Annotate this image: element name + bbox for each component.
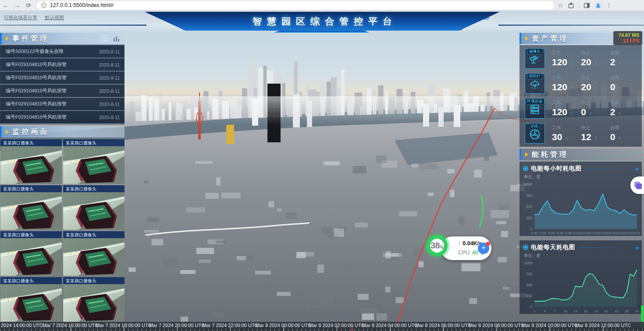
reload-icon[interactable]: ⟳ <box>23 1 34 10</box>
trend-up-icon: ↑ <box>589 110 592 116</box>
asset-stat: 工作120↑ <box>552 75 581 92</box>
back-icon[interactable]: ← <box>0 1 11 10</box>
stat-value: 12 <box>581 132 591 142</box>
camera-video-frame <box>63 284 125 322</box>
hourly-chart-title: 电能每小时耗电图 <box>531 165 582 173</box>
event-list-item[interactable]: 编号F029104810号风机报警2020-8-11 <box>0 58 125 71</box>
svg-text:4:00: 4:00 <box>548 231 555 235</box>
list-view-icon[interactable] <box>101 35 109 42</box>
asset-stat: 故障2↑ <box>610 100 639 117</box>
trend-up-icon: ↑ <box>570 85 573 92</box>
svg-text:500: 500 <box>526 204 532 209</box>
camera-video-frame <box>0 238 62 276</box>
camera-feed[interactable]: 某某路口摄像头 <box>63 277 125 322</box>
timeline-tick <box>443 327 444 331</box>
collapse-left-icon[interactable]: ◀ <box>635 245 638 250</box>
svg-text:6:00: 6:00 <box>556 231 563 235</box>
timeline-tick <box>71 327 71 331</box>
event-list-item[interactable]: 编号F029104810号风机报警2020-8-11 <box>0 111 125 123</box>
svg-text:19: 19 <box>594 309 598 313</box>
stat-value: 0 <box>581 107 586 117</box>
svg-text:25: 25 <box>614 309 618 313</box>
stat-value: 20 <box>581 57 591 67</box>
section-arrow-icon <box>525 36 528 41</box>
trend-up-icon: ↑ <box>570 60 573 67</box>
asset-stat: 故障0↑ <box>610 75 639 92</box>
address-bar[interactable]: i 127.0.0.1:5500/index.html# <box>37 1 554 10</box>
daily-energy-panel: 电能每天耗电图 ◀ 单位：度 0250500750100014710131619… <box>519 240 642 314</box>
target-icon <box>523 245 528 250</box>
site-info-icon[interactable]: i <box>41 3 46 8</box>
asset-icon-box: 环境设备 <box>525 99 545 119</box>
hourly-energy-panel: 电能每小时耗电图 ◀ 单位：度 025050075010000:002:004:… <box>519 162 642 236</box>
camera-video-frame <box>63 238 125 276</box>
forward-icon[interactable]: → <box>11 1 23 10</box>
camera-feed[interactable]: 某某路口摄像头 <box>0 139 62 184</box>
unit-label: 单位：度 <box>519 251 642 259</box>
collapse-left-icon[interactable]: ◀ <box>635 166 638 171</box>
event-list-item[interactable]: 编号S000123号摄像头故障2020-8-11 <box>0 45 125 58</box>
latency-ms: 74.67 MS <box>616 32 639 38</box>
unit-label: 单位：度 <box>519 173 642 180</box>
camera-grid: 某某路口摄像头某某路口摄像头某某路口摄像头某某路口摄像头某某路口摄像头某某路口摄… <box>0 139 125 322</box>
usage-percent: 38 <box>431 241 440 250</box>
menu-kebab-icon[interactable]: ⋮ <box>606 2 612 9</box>
hourly-energy-chart: 025050075010000:002:004:006:008:0010:001… <box>521 181 640 236</box>
section-arrow-icon <box>6 130 9 134</box>
event-list: 编号S000123号摄像头故障2020-8-11编号F029104810号风机报… <box>0 44 125 125</box>
svg-text:18:00: 18:00 <box>607 231 616 235</box>
asset-row: 风机工作30↑停止12↑故障0↑ <box>522 121 639 146</box>
event-text: 编号F029104810号风机报警 <box>6 88 67 94</box>
svg-text:250: 250 <box>526 294 532 298</box>
camera-feed[interactable]: 某某路口摄像头 <box>63 139 125 184</box>
camera-video-frame <box>0 284 62 322</box>
timeline-tick <box>390 327 391 331</box>
banner-notch <box>274 31 370 33</box>
performance-float-widget: ↑0.04K/s CPU48℃ + 38 % <box>427 233 493 265</box>
svg-text:500: 500 <box>526 283 532 287</box>
asset-icon-box: 照明灯 <box>525 74 545 94</box>
daily-energy-chart: 025050075010001471013161922252831 <box>521 260 640 314</box>
profile-avatar[interactable] <box>594 2 602 9</box>
asset-stat: 工作120↑ <box>552 50 581 67</box>
performance-badge: 74.67 MS 13 FPS <box>613 31 642 45</box>
dashboard-stage: 智慧园区综合管控平台 可视化场景分享 默认视图 事件管理 编号S000123号摄… <box>0 11 644 331</box>
camera-feed[interactable]: 某某路口摄像头 <box>63 231 125 276</box>
camera-feed[interactable]: 某某路口摄像头 <box>0 277 62 322</box>
memory-usage-ball[interactable]: 38 % <box>427 235 448 256</box>
event-list-item[interactable]: 编号F029104810号风机报警2020-8-11 <box>0 85 125 97</box>
svg-text:28: 28 <box>625 309 629 313</box>
event-date: 2020-8-11 <box>99 62 120 67</box>
timeline-tick <box>550 327 550 331</box>
event-text: 编号F029104810号风机报警 <box>6 114 67 120</box>
stat-value: 2 <box>610 57 616 67</box>
timeline-tick <box>230 327 231 331</box>
stat-value: 120 <box>552 82 567 92</box>
extensions-icon[interactable] <box>568 2 574 9</box>
svg-text:0: 0 <box>530 227 532 231</box>
link-default-view[interactable]: 默认视图 <box>45 15 64 20</box>
svg-text:22: 22 <box>604 309 608 313</box>
camera-feed[interactable]: 某某路口摄像头 <box>0 185 62 230</box>
camera-label: 某某路口摄像头 <box>0 231 62 238</box>
link-scene-share[interactable]: 可视化场景分享 <box>4 15 37 20</box>
event-list-item[interactable]: 编号F029104810号风机报警2020-8-11 <box>0 71 125 84</box>
bar-chart-view-icon[interactable] <box>113 35 120 42</box>
side-panel-icon[interactable] <box>584 2 590 9</box>
event-text: 编号F029104810号风机报警 <box>6 61 67 68</box>
bookmark-star-icon[interactable]: ☆ <box>558 2 563 9</box>
energy-title: 能耗管理 <box>532 150 569 159</box>
event-text: 编号F029104810号风机报警 <box>6 74 67 81</box>
stat-value: 30 <box>552 132 562 142</box>
svg-text:16: 16 <box>584 309 587 313</box>
accelerate-button[interactable]: + <box>478 243 489 254</box>
section-arrow-icon <box>6 36 9 41</box>
camera-feed[interactable]: 某某路口摄像头 <box>0 231 62 276</box>
event-date: 2020-8-11 <box>99 75 120 81</box>
camera-feed[interactable]: 某某路口摄像头 <box>63 185 125 230</box>
svg-text:2:00: 2:00 <box>539 231 546 235</box>
cesium-timeline[interactable]: 2024 14:00:00 UTCMar 7 2024 16:00:00 UTC… <box>0 322 644 331</box>
svg-text:1: 1 <box>533 309 535 313</box>
event-list-item[interactable]: 编号F029104810号风机报警2020-8-11 <box>0 98 125 110</box>
cpu-label: CPU <box>458 250 470 256</box>
